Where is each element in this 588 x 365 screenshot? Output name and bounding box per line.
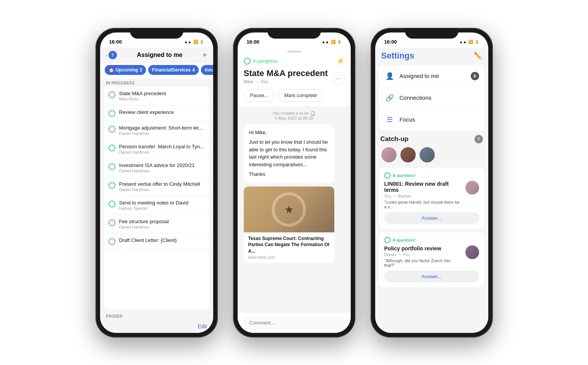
task-name: Fee structure proposal [119, 219, 169, 224]
task-item[interactable]: Review client experience [104, 105, 209, 121]
catchup-card-1: A question! LIN001: Review new draft ter… [379, 168, 484, 229]
answer-button-2[interactable]: Answer... [384, 271, 479, 282]
filter-insu[interactable]: Insu [201, 65, 213, 75]
task-sub: Daniel Hardman [119, 187, 200, 192]
task-sub: Daniel Hardman [119, 225, 169, 229]
back-button[interactable]: ‹ 7 [106, 51, 117, 59]
menu-label-focus: Focus [400, 116, 479, 123]
task-item[interactable]: Mortgage adjustment: Short-term let... D… [104, 121, 209, 140]
comment-field[interactable] [244, 316, 345, 329]
task-item[interactable]: Fee structure proposal Daniel Hardman [104, 215, 209, 234]
menu-item-assigned[interactable]: 👤 Assigned to me 9 [379, 65, 484, 87]
notch-3 [405, 28, 458, 39]
filter-upcoming-label: Upcoming [116, 67, 138, 73]
lightning-icon[interactable]: ⚡ [336, 57, 345, 65]
more-button[interactable]: ··· [332, 73, 345, 85]
edit-pencil-icon[interactable]: ✏️ [474, 52, 482, 60]
task-info: State M&A precedent Mike Ross [119, 91, 166, 101]
catchup-avatar-1 [465, 181, 479, 195]
answer-button-1[interactable]: Answer... [384, 212, 479, 224]
avatars-row [379, 146, 484, 163]
catchup-card-1-info: LIN001: Review new draft terms You → Rac… [384, 181, 462, 209]
pause-button[interactable]: Pause... [244, 89, 275, 102]
phone-1-inner: 16:00 ▲▲ 🛜 🔋 ‹ 7 Assigned to me + ⏰ U [100, 32, 213, 333]
action-row: State M&A precedent Mike → You ··· [244, 68, 345, 89]
task-name: Mortgage adjustment: Short-term let... [119, 125, 203, 131]
battery-icon: 🔋 [337, 40, 342, 44]
link-card[interactable]: Texas Supreme Court: Contracting Parties… [244, 187, 335, 263]
time-3: 16:00 [384, 39, 397, 45]
task-item[interactable]: Present verbal offer to Cindy Mitchell D… [104, 177, 209, 196]
task-item[interactable]: Pension transfer: March Loyal to Tyn... … [104, 140, 209, 159]
settings-header: Settings ✏️ [375, 48, 488, 65]
task-name: Investment ISA advice for 2020/21 [119, 162, 195, 168]
status-icons-3: ▲▲ 🛜 🔋 [459, 40, 479, 44]
notch-1 [130, 28, 183, 39]
task-sub: Daniel Hardman [119, 131, 203, 136]
back-badge: 7 [109, 51, 117, 59]
catchup-card-2-quote: "Although, did you factor Zurich into th… [384, 258, 462, 268]
task-info: Fee structure proposal Daniel Hardman [119, 219, 169, 229]
catchup-card-2: A question! Policy portfolio review Dani… [379, 232, 484, 287]
catchup-card-2-info: Policy portfolio review Daniel → You "Al… [384, 245, 462, 268]
edit-button[interactable]: Edit [198, 323, 207, 329]
filter-upcoming[interactable]: ⏰ Upcoming 3 [105, 65, 146, 75]
filter-financial[interactable]: FinancialServices 4 [148, 65, 199, 75]
paused-section: PAUSED [100, 312, 213, 320]
task-info: Investment ISA advice for 2020/21 Daniel… [119, 162, 195, 173]
task-info: Send to meeting notes to David Harvey Sp… [119, 200, 188, 211]
task-info: Draft Client Letter: {Client} [119, 237, 177, 243]
filter-tabs: ⏰ Upcoming 3 FinancialServices 4 Insu [100, 63, 213, 79]
detail-title: State M&A precedent [244, 68, 328, 78]
phone1-footer: Edit [100, 320, 213, 333]
chat-created: You created a to-do 📋 6 May 2020 at 08:3… [244, 111, 345, 120]
q-circle-2 [384, 237, 390, 243]
catchup-title: Catch-up [381, 135, 409, 143]
link-info: Texas Supreme Court: Contracting Parties… [244, 232, 335, 263]
task-name: Review client experience [119, 109, 174, 115]
task-item[interactable]: State M&A precedent Mike Ross [104, 87, 209, 105]
filter-upcoming-badge: 3 [139, 67, 142, 73]
wifi-icon: 🛜 [468, 40, 473, 44]
task-item[interactable]: Send to meeting notes to David Harvey Sp… [104, 196, 209, 215]
chat-greeting: Hi Mike, [249, 129, 329, 136]
task-circle [109, 110, 115, 117]
catchup-card-1-sub: You → Rachel [384, 194, 462, 198]
filter-financial-badge: 4 [192, 67, 195, 73]
task-sub: Daniel Hardman [119, 169, 195, 173]
task-info: Mortgage adjustment: Short-term let... D… [119, 125, 203, 136]
pull-indicator [287, 51, 301, 52]
catchup-card-2-sub: Daniel → You [384, 252, 462, 257]
q-text-2: A question! [393, 238, 416, 242]
avatar-1 [381, 146, 397, 163]
question-label-1: A question! [384, 172, 479, 178]
page-title: Assigned to me [137, 52, 182, 58]
comment-input-area [238, 312, 351, 333]
menu-item-connections[interactable]: 🔗 Connections [379, 87, 484, 109]
avatar-2 [400, 146, 416, 163]
phone-2-inner: 16:00 ▲▲ 🛜 🔋 In progress ⚡ [238, 32, 351, 333]
progress-circle-icon [244, 58, 251, 65]
add-button[interactable]: + [202, 51, 207, 60]
catchup-card-2-title: Policy portfolio review [384, 245, 462, 251]
task-info: Review client experience [119, 109, 174, 115]
user-icon: 👤 [384, 71, 395, 81]
task-sub: Daniel Hardman [119, 150, 204, 154]
menu-badge-assigned: 9 [471, 72, 479, 80]
task-info: Pension transfer: March Loyal to Tyn... … [119, 144, 204, 154]
phone-3-inner: 16:00 ▲▲ 🛜 🔋 Settings ✏️ 👤 Assigned to m… [375, 32, 488, 333]
task-sub: Mike Ross [119, 97, 166, 101]
menu-item-focus[interactable]: ☰ Focus [379, 109, 484, 130]
catchup-section: Catch-up 7 A question! [379, 135, 484, 291]
mark-complete-button[interactable]: Mark complete [278, 89, 323, 102]
task-circle [109, 219, 115, 226]
dome-illustration [272, 192, 306, 227]
catchup-avatar-2 [465, 245, 479, 259]
scene: 16:00 ▲▲ 🛜 🔋 ‹ 7 Assigned to me + ⏰ U [0, 0, 588, 365]
link-image [244, 187, 335, 232]
signal-icon: ▲▲ [459, 40, 467, 44]
task-item[interactable]: Draft Client Letter: {Client} [104, 234, 209, 249]
task-item[interactable]: Investment ISA advice for 2020/21 Daniel… [104, 159, 209, 177]
task-circle [109, 91, 115, 98]
task-circle [109, 163, 115, 170]
